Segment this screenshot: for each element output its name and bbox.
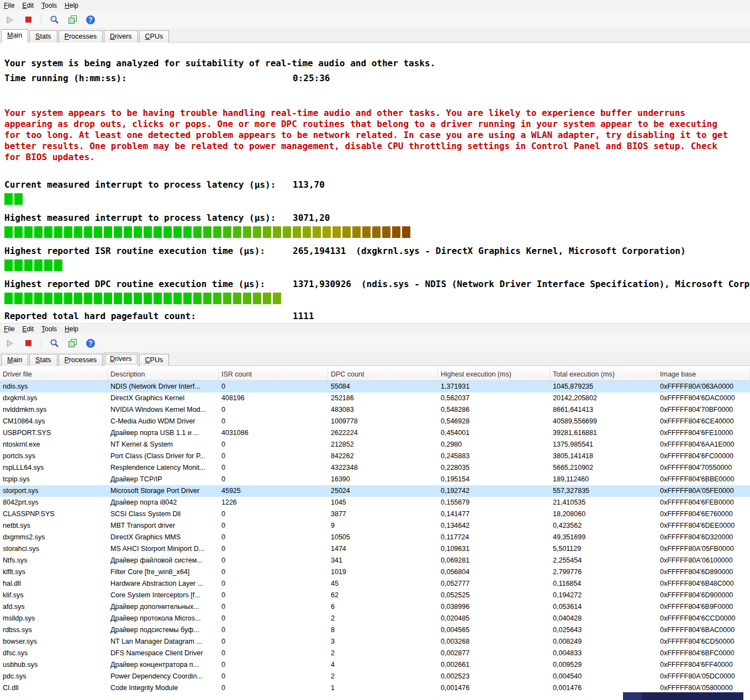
tab-stats[interactable]: Stats xyxy=(29,354,57,366)
column-header-driver-file[interactable]: Driver file xyxy=(0,369,108,380)
start-monitor-button[interactable] xyxy=(3,13,17,26)
driver-row-rspLLL64.sys[interactable]: rspLLL64.sysResplendence Latency Monit..… xyxy=(0,462,750,474)
driver-row-usbhub.sys[interactable]: usbhub.sysДрайвер концентратора п...040,… xyxy=(0,659,750,671)
copy-report-button[interactable] xyxy=(65,337,80,350)
latency-meter-2: Highest reported ISR routine execution t… xyxy=(4,246,750,271)
cell-isr-count: 408196 xyxy=(219,393,328,404)
tab-cpus[interactable]: CPUs xyxy=(139,354,170,366)
meter-segment xyxy=(243,226,251,238)
driver-row-portcls.sys[interactable]: portcls.sysPort Class (Class Driver for … xyxy=(0,450,750,462)
tab-main[interactable]: Main xyxy=(1,29,28,43)
cell-total-execution-ms-: 1375,985541 xyxy=(550,439,657,450)
driver-row-afd.sys[interactable]: afd.sysДрайвер дополнительных...060,0389… xyxy=(0,601,750,613)
driver-row-mslldp.sys[interactable]: mslldp.sysДрайвер протокола Micros...020… xyxy=(0,613,750,624)
cell-driver-file: rspLLL64.sys xyxy=(0,462,108,474)
tab-cpus[interactable]: CPUs xyxy=(139,30,170,43)
driver-row-Ntfs.sys[interactable]: Ntfs.sysДрайвер файловой систем...03410,… xyxy=(0,555,750,566)
tab-bar: MainStatsProcessesDriversCPUs xyxy=(0,28,750,43)
cell-total-execution-ms-: 0,040428 xyxy=(550,613,657,624)
meter-segment xyxy=(4,259,13,271)
cell-description: Драйвер подсистемы буф... xyxy=(108,624,219,636)
tab-drivers[interactable]: Drivers xyxy=(104,30,138,43)
menu-help[interactable]: Help xyxy=(61,324,82,334)
menu-tools[interactable]: Tools xyxy=(38,1,61,10)
driver-row-klflt.sys[interactable]: klflt.sysFilter Core [fre_win8_x64]01019… xyxy=(0,566,750,578)
help-button[interactable]: ? xyxy=(83,337,98,350)
driver-row-ntoskrnl.exe[interactable]: ntoskrnl.exeNT Kernel & System02128520,2… xyxy=(0,439,750,450)
cell-dpc-count: 842262 xyxy=(328,450,438,462)
cell-isr-count: 0 xyxy=(219,636,328,648)
analyze-button[interactable] xyxy=(47,337,61,350)
driver-row-klif.sys[interactable]: klif.sysCore System Interceptors [f...06… xyxy=(0,590,750,601)
driver-row-tcpip.sys[interactable]: tcpip.sysДрайвер TCP/IP0163900,195154189… xyxy=(0,474,750,485)
tab-processes[interactable]: Processes xyxy=(59,30,103,43)
stop-monitor-button[interactable] xyxy=(21,13,35,26)
cell-total-execution-ms-: 2,255454 xyxy=(550,555,657,566)
cell-dpc-count: 45 xyxy=(328,578,438,590)
menu-file[interactable]: File xyxy=(0,324,18,334)
driver-row-USBPORT.SYS[interactable]: USBPORT.SYSДрайвер порта USB 1.1 и ...40… xyxy=(0,427,750,439)
cell-description: C-Media Audio WDM Driver xyxy=(108,416,219,427)
tab-main[interactable]: Main xyxy=(1,354,28,366)
driver-row-pdc.sys[interactable]: pdc.sysPower Dependency Coordin...020,00… xyxy=(0,671,750,682)
driver-row-CM10864.sys[interactable]: CM10864.sysC-Media Audio WDM Driver01009… xyxy=(0,416,750,427)
menu-help[interactable]: Help xyxy=(61,1,82,10)
cell-image-base: 0xFFFFF804'70550000 xyxy=(657,462,750,474)
meter-segment xyxy=(203,226,212,238)
driver-row-netbt.sys[interactable]: netbt.sysMBT Transport driver090,1346420… xyxy=(0,520,750,532)
latency-meters: Current measured interrupt to process la… xyxy=(4,179,750,304)
column-header-highest-execution-ms-[interactable]: Highest execution (ms) xyxy=(438,369,550,380)
menu-edit[interactable]: Edit xyxy=(18,324,38,334)
menu-file[interactable]: File xyxy=(0,1,18,10)
cell-highest-execution-ms-: 0,052525 xyxy=(438,590,550,601)
column-header-description[interactable]: Description xyxy=(108,369,219,380)
tab-processes[interactable]: Processes xyxy=(59,354,103,366)
meter-bar xyxy=(4,193,750,205)
column-header-isr-count[interactable]: ISR count xyxy=(219,369,328,380)
menu-tools[interactable]: Tools xyxy=(38,324,61,334)
stop-monitor-button[interactable] xyxy=(21,337,35,350)
column-header-total-execution-ms-[interactable]: Total execution (ms) xyxy=(550,369,657,380)
driver-row-dfsc.sys[interactable]: dfsc.sysDFS Namespace Client Driver020,0… xyxy=(0,648,750,659)
driver-row-dxgkrnl.sys[interactable]: dxgkrnl.sysDirectX Graphics Kernel408196… xyxy=(0,393,750,404)
driver-row-ndis.sys[interactable]: ndis.sysNDIS (Network Driver Interf...05… xyxy=(0,381,750,393)
toolbar: ? xyxy=(0,335,750,352)
cell-total-execution-ms-: 2,799776 xyxy=(550,566,657,578)
driver-row-storport.sys[interactable]: storport.sysMicrosoft Storage Port Drive… xyxy=(0,485,750,497)
cell-image-base: 0xFFFFF804'6BAC0000 xyxy=(657,624,750,636)
help-button[interactable]: ? xyxy=(83,13,98,26)
toolbar: ? xyxy=(0,11,750,28)
cell-total-execution-ms-: 0,025643 xyxy=(550,624,657,636)
cell-isr-count: 0 xyxy=(219,671,328,682)
main-window-panel: FileEditToolsHelp ? MainStatsProcessesDr… xyxy=(0,0,750,323)
cell-driver-file: netbt.sys xyxy=(0,520,108,532)
cell-dpc-count: 341 xyxy=(328,555,438,566)
cell-highest-execution-ms-: 0,245883 xyxy=(438,450,550,462)
cell-highest-execution-ms-: 0,002877 xyxy=(438,648,550,659)
driver-row-bowser.sys[interactable]: bowser.sysNT Lan Manager Datagram ...030… xyxy=(0,636,750,648)
meter-segment xyxy=(74,226,82,238)
tab-drivers[interactable]: Drivers xyxy=(104,353,138,366)
menu-edit[interactable]: Edit xyxy=(18,1,38,10)
meter-segment xyxy=(193,293,202,304)
cell-image-base: 0xFFFFF804'6DAC0000 xyxy=(657,393,750,404)
driver-row-dxgmms2.sys[interactable]: dxgmms2.sysDirectX Graphics MMS0105050,1… xyxy=(0,532,750,543)
cell-isr-count: 0 xyxy=(219,578,328,590)
driver-row-hal.dll[interactable]: hal.dllHardware Abstraction Layer ...045… xyxy=(0,578,750,590)
driver-row-8042prt.sys[interactable]: 8042prt.sysДрайвер порта i8042122610450,… xyxy=(0,497,750,508)
start-monitor-button[interactable] xyxy=(3,337,17,350)
menu-bar: FileEditToolsHelp xyxy=(0,0,750,11)
tab-stats[interactable]: Stats xyxy=(29,30,57,43)
analyze-button[interactable] xyxy=(47,13,61,26)
cell-highest-execution-ms-: 0,002661 xyxy=(438,659,550,671)
driver-row-rdbss.sys[interactable]: rdbss.sysДрайвер подсистемы буф...080,00… xyxy=(0,624,750,636)
driver-row-CLASSPNP.SYS[interactable]: CLASSPNP.SYSSCSI Class System Dll038770,… xyxy=(0,508,750,520)
copy-report-button[interactable] xyxy=(65,13,80,26)
column-header-dpc-count[interactable]: DPC count xyxy=(328,369,438,380)
warning-text: Your system appears to be having trouble… xyxy=(4,108,750,163)
meter-segment xyxy=(74,293,82,304)
column-header-image-base[interactable]: Image base xyxy=(657,369,750,380)
driver-row-storahci.sys[interactable]: storahci.sysMS AHCI Storport Miniport D.… xyxy=(0,543,750,555)
cell-image-base: 0xFFFFF804'6DEE0000 xyxy=(657,520,750,532)
driver-row-nvlddmkm.sys[interactable]: nvlddmkm.sysNVIDIA Windows Kernel Mod...… xyxy=(0,404,750,416)
